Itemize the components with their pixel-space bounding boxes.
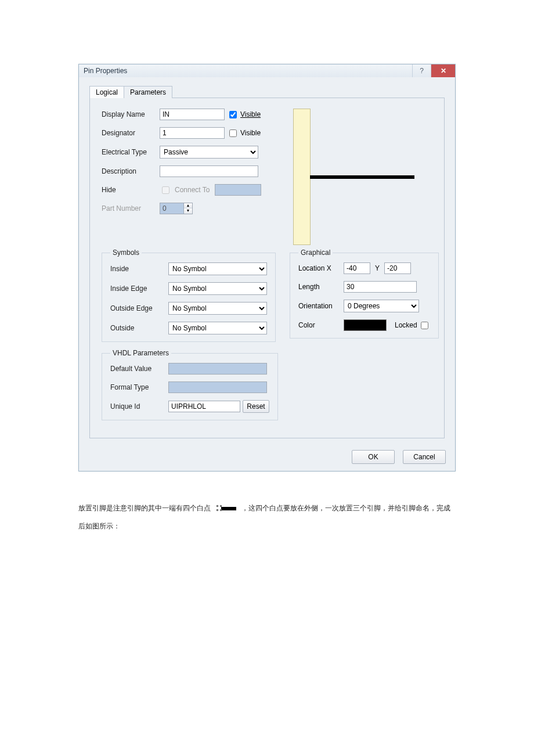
unique-id-input[interactable]	[168, 401, 240, 412]
pin-properties-dialog: Pin Properties ? ✕ Logical Parameters	[78, 64, 456, 471]
close-icon: ✕	[441, 67, 446, 75]
designator-visible-checkbox[interactable]	[229, 129, 237, 137]
doc-text-before: 放置引脚是注意引脚的其中一端有四个白点	[78, 504, 211, 512]
locked-checkbox[interactable]	[421, 322, 428, 329]
display-name-input[interactable]	[160, 109, 225, 120]
inside-edge-select[interactable]: No Symbol	[168, 282, 267, 295]
orientation-select[interactable]: 0 Degrees	[344, 300, 419, 312]
part-number-label: Part Number	[102, 204, 160, 213]
titlebar-buttons: ? ✕	[412, 64, 455, 77]
location-x-input[interactable]	[344, 262, 370, 274]
display-name-visible-checkbox[interactable]	[229, 111, 237, 118]
location-y-label: Y	[370, 264, 384, 272]
symbols-group: Symbols InsideNo Symbol Inside EdgeNo Sy…	[102, 249, 276, 342]
outside-edge-select[interactable]: No Symbol	[168, 302, 267, 315]
vhdl-group: VHDL Parameters Default Value Formal Typ…	[102, 349, 278, 420]
display-name-label: Display Name	[102, 110, 160, 118]
outside-label: Outside	[110, 324, 168, 332]
designator-visible-label: Visible	[240, 129, 261, 137]
designator-input[interactable]	[160, 127, 225, 139]
close-button[interactable]: ✕	[431, 64, 455, 77]
description-input[interactable]	[160, 165, 258, 177]
outside-edge-label: Outside Edge	[110, 304, 168, 312]
default-value-input[interactable]	[168, 363, 267, 375]
display-name-visible-label: Visible	[240, 110, 261, 118]
tab-parameters[interactable]: Parameters	[124, 86, 172, 98]
inside-select[interactable]: No Symbol	[168, 262, 267, 275]
help-icon: ?	[420, 67, 424, 75]
designator-label: Designator	[102, 129, 160, 137]
symbols-legend: Symbols	[110, 249, 142, 257]
preview-pin-line	[310, 175, 414, 179]
connect-to-label: Connect To	[175, 186, 210, 194]
pin-endpoint-icon	[217, 505, 236, 512]
locked-label: Locked	[395, 321, 417, 329]
location-x-label: Location X	[298, 264, 344, 272]
graphical-group: Graphical Location X Y Length	[290, 249, 439, 339]
formal-type-label: Formal Type	[110, 383, 168, 391]
connect-to-input	[215, 184, 261, 196]
electrical-type-label: Electrical Type	[102, 148, 160, 156]
length-input[interactable]	[344, 281, 417, 293]
description-label: Description	[102, 167, 160, 175]
default-value-label: Default Value	[110, 365, 168, 373]
reset-button[interactable]: Reset	[243, 400, 269, 413]
titlebar: Pin Properties ? ✕	[79, 64, 455, 77]
length-label: Length	[298, 283, 344, 291]
help-button[interactable]: ?	[412, 64, 431, 77]
spin-up-icon[interactable]: ▲	[184, 203, 192, 208]
hide-label: Hide	[102, 186, 160, 194]
window-title: Pin Properties	[84, 67, 127, 75]
unique-id-label: Unique Id	[110, 402, 168, 411]
tab-strip: Logical Parameters	[89, 85, 445, 98]
color-label: Color	[298, 321, 344, 329]
part-number-input	[160, 203, 184, 214]
hide-checkbox[interactable]	[162, 186, 169, 194]
vhdl-legend: VHDL Parameters	[110, 349, 171, 357]
dialog-buttons: OK Cancel	[79, 445, 455, 471]
color-swatch[interactable]	[344, 319, 387, 331]
spin-down-icon[interactable]: ▼	[184, 208, 192, 214]
cancel-button[interactable]: Cancel	[403, 450, 446, 464]
document-text: 放置引脚是注意引脚的其中一端有四个白点 ，这四个白点要放在外侧，一次放置三个引脚…	[78, 499, 456, 535]
outside-select[interactable]: No Symbol	[168, 322, 267, 334]
ok-button[interactable]: OK	[352, 450, 395, 464]
pin-preview	[293, 109, 432, 245]
graphical-legend: Graphical	[298, 249, 333, 257]
preview-body	[293, 109, 311, 245]
tab-logical[interactable]: Logical	[89, 86, 124, 98]
orientation-label: Orientation	[298, 302, 344, 310]
electrical-type-select[interactable]: Passive	[160, 146, 258, 159]
part-number-spinner[interactable]: ▲ ▼	[160, 203, 193, 214]
tab-panel-logical: Display Name Visible Designator Visible	[89, 98, 445, 438]
inside-label: Inside	[110, 265, 168, 273]
location-y-input[interactable]	[384, 262, 411, 274]
inside-edge-label: Inside Edge	[110, 285, 168, 293]
formal-type-input[interactable]	[168, 381, 267, 393]
